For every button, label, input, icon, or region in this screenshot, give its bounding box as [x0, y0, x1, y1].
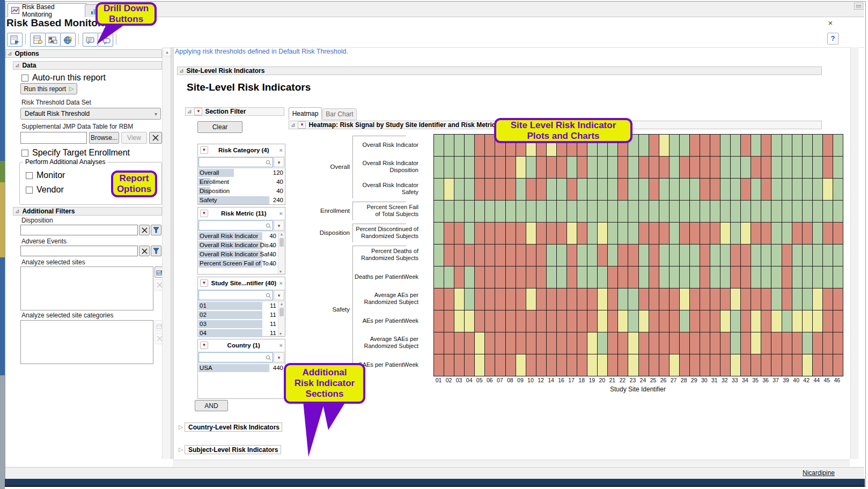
heatmap-cell[interactable]	[516, 201, 526, 222]
heatmap-cell[interactable]	[792, 201, 802, 222]
heatmap-cell[interactable]	[536, 244, 546, 266]
heatmap-cell[interactable]	[454, 201, 464, 222]
heatmap-cell[interactable]	[628, 201, 638, 222]
scroll-thumb[interactable]	[279, 238, 284, 247]
heatmap-cell[interactable]	[649, 354, 659, 376]
heatmap-cell[interactable]	[506, 157, 516, 178]
heatmap-cell[interactable]	[700, 201, 710, 222]
filter-item[interactable]: 0311	[198, 320, 278, 329]
heatmap-cell[interactable]	[700, 332, 710, 354]
specify-enrollment-checkbox[interactable]	[21, 150, 28, 157]
heatmap-cell[interactable]	[475, 266, 484, 288]
heatmap-cell[interactable]	[813, 135, 822, 156]
heatmap-cell[interactable]	[516, 179, 526, 200]
heatmap-cell[interactable]	[444, 310, 454, 332]
close-icon[interactable]: ×	[279, 210, 283, 217]
heatmap-cell[interactable]	[690, 135, 700, 156]
heatmap-cell[interactable]	[587, 244, 597, 266]
heatmap-cell[interactable]	[444, 288, 454, 310]
heatmap-cell[interactable]	[465, 244, 474, 266]
heatmap-cell[interactable]	[495, 179, 505, 200]
heatmap-cell[interactable]	[618, 201, 628, 222]
heatmap-cell[interactable]	[577, 201, 587, 222]
heatmap-cell[interactable]	[771, 310, 781, 332]
heatmap-cell[interactable]	[659, 179, 669, 200]
heatmap-cell[interactable]	[782, 310, 792, 332]
additional-filters-header[interactable]: ⊿ Additional Filters	[13, 207, 162, 216]
heatmap-cell[interactable]	[454, 157, 464, 178]
save-picture-button[interactable]	[45, 33, 61, 47]
heatmap-cell[interactable]	[813, 310, 822, 332]
heatmap-cell[interactable]	[670, 354, 679, 376]
heatmap-cell[interactable]	[454, 354, 464, 376]
heatmap-cell[interactable]	[465, 354, 474, 376]
heatmap-cell[interactable]	[751, 288, 761, 310]
heatmap-cell[interactable]	[782, 332, 792, 354]
heatmap-cell[interactable]	[680, 244, 689, 266]
heatmap-cell[interactable]	[618, 332, 628, 354]
heatmap-cell[interactable]	[465, 266, 474, 288]
report-vertical-scrollbar[interactable]	[850, 47, 858, 459]
heatmap-cell[interactable]	[454, 332, 464, 354]
monitor-checkbox[interactable]	[26, 172, 33, 179]
heatmap-cell[interactable]	[639, 179, 649, 200]
heatmap-cell[interactable]	[516, 332, 526, 354]
expand-icon[interactable]: ▷	[179, 446, 183, 453]
heatmap-cell[interactable]	[833, 179, 843, 200]
heatmap-cell[interactable]	[547, 157, 556, 178]
heatmap-cell[interactable]	[792, 288, 802, 310]
heatmap-cell[interactable]	[434, 244, 444, 266]
heatmap-cell[interactable]	[751, 332, 761, 354]
filter-search-dropdown[interactable]: ▾	[274, 220, 284, 231]
heatmap-cell[interactable]	[628, 157, 638, 178]
heatmap-cell[interactable]	[598, 157, 607, 178]
heatmap-cell[interactable]	[670, 135, 679, 156]
heatmap-cell[interactable]	[782, 157, 792, 178]
heatmap-cell[interactable]	[485, 201, 495, 222]
heatmap-cell[interactable]	[434, 157, 444, 178]
heatmap-cell[interactable]	[485, 332, 495, 354]
red-triangle-menu-icon[interactable]: ▼	[200, 279, 208, 287]
heatmap-cell[interactable]	[792, 244, 802, 266]
heatmap-cell[interactable]	[639, 201, 649, 222]
heatmap-cell[interactable]	[547, 244, 556, 266]
autorun-checkbox[interactable]	[21, 75, 28, 82]
heatmap-cell[interactable]	[618, 310, 628, 332]
heatmap-cell[interactable]	[557, 288, 567, 310]
disposition-filter-button[interactable]	[151, 225, 161, 235]
heatmap-cell[interactable]	[649, 179, 659, 200]
heatmap-cell[interactable]	[833, 201, 843, 222]
heatmap-cell[interactable]	[782, 266, 792, 288]
heatmap-cell[interactable]	[618, 157, 628, 178]
help-button[interactable]: ?	[827, 33, 838, 45]
heatmap-cell[interactable]	[547, 266, 556, 288]
heatmap-cell[interactable]	[557, 157, 567, 178]
heatmap-cell[interactable]	[720, 310, 730, 332]
heatmap-cell[interactable]	[536, 223, 546, 244]
heatmap-cell[interactable]	[823, 135, 833, 156]
heatmap-cell[interactable]	[639, 310, 649, 332]
heatmap-cell[interactable]	[495, 244, 505, 266]
heatmap-cell[interactable]	[803, 179, 812, 200]
heatmap-cell[interactable]	[833, 223, 843, 244]
heatmap-cell[interactable]	[587, 310, 597, 332]
heatmap-cell[interactable]	[710, 310, 720, 332]
heatmap-cell[interactable]	[434, 223, 444, 244]
heatmap-cell[interactable]	[741, 244, 751, 266]
status-dataset-link[interactable]: Nicardipine	[803, 469, 835, 477]
heatmap-cell[interactable]	[475, 135, 484, 156]
heatmap-cell[interactable]	[710, 288, 720, 310]
heatmap-cell[interactable]	[649, 157, 659, 178]
heatmap-cell[interactable]	[803, 266, 812, 288]
filter-list-scrollbar[interactable]: ▴▾	[278, 301, 285, 336]
heatmap-cell[interactable]	[649, 244, 659, 266]
heatmap-cell[interactable]	[823, 354, 833, 376]
heatmap-cell[interactable]	[485, 179, 495, 200]
data-section-header[interactable]: ⊿ Data	[13, 61, 162, 70]
heatmap-cell[interactable]	[567, 332, 577, 354]
heatmap-cell[interactable]	[567, 179, 577, 200]
heatmap-cell[interactable]	[771, 135, 781, 156]
heatmap-cell[interactable]	[823, 310, 833, 332]
heatmap-cell[interactable]	[577, 266, 587, 288]
heatmap-cell[interactable]	[813, 332, 822, 354]
